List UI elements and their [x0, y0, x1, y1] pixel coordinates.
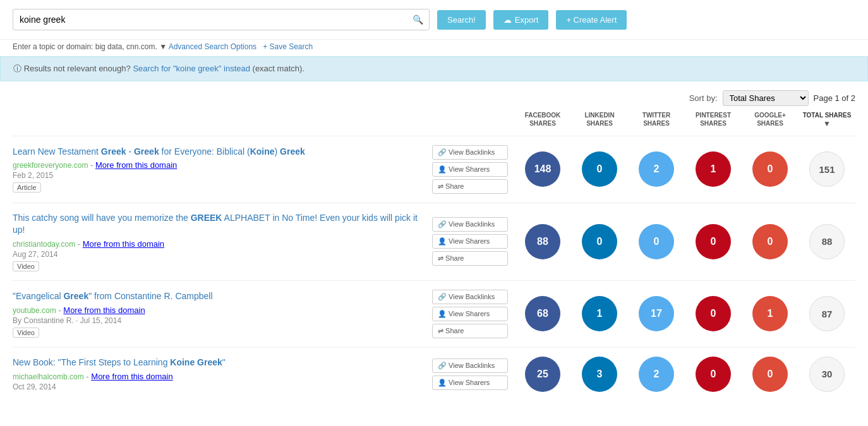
info-icon: ⓘ [13, 64, 21, 73]
results-area: FACEBOOKSHARES LINKEDINSHARES TWITTERSHA… [0, 111, 868, 401]
google-count-3: 1 [752, 296, 788, 331]
share-btn-2[interactable]: ⇌ Share [432, 251, 508, 266]
google-count-2: 0 [752, 224, 788, 259]
view-sharers-btn-3[interactable]: 👤 View Sharers [432, 307, 508, 321]
linkedin-count-4: 3 [582, 357, 617, 392]
result-badge-3: Video [13, 328, 39, 338]
share-btn-3[interactable]: ⇌ Share [432, 324, 508, 338]
action-buttons-3: 🔗 View Backlinks 👤 View Sharers ⇌ Share [432, 290, 508, 338]
result-badge-2: Video [13, 261, 39, 271]
more-from-domain-1[interactable]: More from this domain [95, 160, 177, 170]
result-date-2: Aug 27, 2014 [13, 250, 426, 259]
create-alert-button[interactable]: + Create Alert [556, 10, 627, 30]
google-count-4: 0 [752, 357, 788, 392]
result-title-2[interactable]: This catchy song will have you memorize … [13, 212, 426, 237]
linkedin-count-1: 0 [582, 151, 617, 187]
action-buttons-4: 🔗 View Backlinks 👤 View Sharers [432, 358, 508, 390]
result-row: New Book: "The First Steps to Learning K… [13, 347, 855, 401]
twitter-count-3: 17 [639, 296, 674, 331]
col-header-facebook: FACEBOOKSHARES [514, 111, 571, 129]
share-btn-1[interactable]: ⇌ Share [432, 179, 508, 194]
more-from-domain-3[interactable]: More from this domain [63, 305, 145, 315]
pinterest-count-3: 0 [696, 296, 731, 331]
result-title-3[interactable]: "Evangelical Greek" from Constantine R. … [13, 290, 426, 303]
sort-select[interactable]: Total Shares Facebook Shares Twitter Sha… [723, 90, 809, 106]
pinterest-count-4: 0 [696, 357, 731, 392]
col-header-google: GOOGLE+SHARES [742, 111, 799, 129]
result-domain-4: michaelhalcomb.com [13, 372, 84, 381]
twitter-count-2: 0 [639, 224, 674, 259]
action-buttons-1: 🔗 View Backlinks 👤 View Sharers ⇌ Share [432, 145, 508, 194]
top-bar: 🔍 Search! ☁ Export + Create Alert [0, 0, 868, 40]
result-info-2: This catchy song will have you memorize … [13, 212, 426, 271]
result-row: Learn New Testament Greek - Greek for Ev… [13, 136, 855, 203]
view-backlinks-btn-1[interactable]: 🔗 View Backlinks [432, 145, 508, 160]
share-circles-1: 148 0 2 1 0 151 [514, 151, 855, 187]
exact-match-link[interactable]: Search for "koine greek" instead [133, 64, 250, 73]
page-info: Page 1 of 2 [814, 93, 856, 103]
facebook-count-3: 68 [525, 296, 560, 331]
search-input[interactable] [13, 9, 430, 30]
result-info-3: "Evangelical Greek" from Constantine R. … [13, 290, 426, 338]
result-info-4: New Book: "The First Steps to Learning K… [13, 357, 426, 391]
result-badge-1: Article [13, 182, 41, 192]
result-info-1: Learn New Testament Greek - Greek for Ev… [13, 146, 426, 193]
view-sharers-btn-4[interactable]: 👤 View Sharers [432, 376, 508, 390]
facebook-count-2: 88 [525, 224, 560, 259]
info-prefix: Results not relevant enough? [24, 64, 131, 73]
col-header-linkedin: LINKEDINSHARES [571, 111, 628, 129]
pinterest-count-1: 1 [696, 151, 731, 187]
total-count-1: 151 [809, 151, 845, 187]
linkedin-count-3: 1 [582, 296, 617, 331]
share-circles-3: 68 1 17 0 1 87 [514, 296, 855, 331]
share-circles-4: 25 3 2 0 0 30 [514, 357, 855, 392]
total-count-3: 87 [809, 296, 845, 331]
facebook-count-1: 148 [525, 151, 560, 187]
result-domain-1: greekforeveryone.com [13, 161, 88, 170]
google-count-1: 0 [752, 151, 788, 187]
more-from-domain-2[interactable]: More from this domain [83, 239, 164, 249]
total-count-2: 88 [809, 224, 845, 259]
search-button[interactable]: Search! [437, 10, 486, 30]
hint-text: Enter a topic or domain: big data, cnn.c… [13, 42, 169, 51]
col-header-total: TOTAL SHARES▼ [799, 111, 855, 129]
col-header-pinterest: PINTERESTSHARES [685, 111, 742, 129]
col-header-twitter: TWITTERSHARES [628, 111, 685, 129]
view-backlinks-btn-4[interactable]: 🔗 View Backlinks [432, 358, 508, 373]
view-backlinks-btn-2[interactable]: 🔗 View Backlinks [432, 217, 508, 232]
result-domain-3: youtube.com [13, 306, 56, 315]
share-circles-2: 88 0 0 0 0 88 [514, 224, 855, 259]
advanced-search-link[interactable]: Advanced Search Options [169, 42, 256, 51]
search-wrapper: 🔍 [13, 9, 430, 30]
info-suffix: (exact match). [253, 64, 304, 73]
search-hints: Enter a topic or domain: big data, cnn.c… [0, 40, 868, 56]
total-count-4: 30 [809, 357, 845, 392]
view-backlinks-btn-3[interactable]: 🔗 View Backlinks [432, 290, 508, 304]
result-domain-2: christiantoday.com [13, 240, 75, 249]
info-bar: ⓘ Results not relevant enough? Search fo… [0, 56, 868, 81]
search-icon: 🔍 [413, 15, 423, 25]
export-button[interactable]: ☁ Export [493, 10, 549, 30]
action-buttons-2: 🔗 View Backlinks 👤 View Sharers ⇌ Share [432, 217, 508, 266]
result-title-4[interactable]: New Book: "The First Steps to Learning K… [13, 357, 426, 369]
twitter-count-1: 2 [639, 151, 674, 187]
result-date-4: Oct 29, 2014 [13, 382, 426, 391]
view-sharers-btn-1[interactable]: 👤 View Sharers [432, 162, 508, 177]
save-search-link[interactable]: + Save Search [263, 42, 313, 51]
result-date-3: By Constantine R. · Jul 15, 2014 [13, 316, 426, 325]
twitter-count-4: 2 [639, 357, 674, 392]
linkedin-count-2: 0 [582, 224, 617, 259]
facebook-count-4: 25 [525, 357, 560, 392]
share-col-headers: FACEBOOKSHARES LINKEDINSHARES TWITTERSHA… [514, 111, 855, 129]
result-row: "Evangelical Greek" from Constantine R. … [13, 280, 855, 347]
sort-arrow-icon: ▼ [801, 119, 853, 129]
pinterest-count-2: 0 [696, 224, 731, 259]
view-sharers-btn-2[interactable]: 👤 View Sharers [432, 234, 508, 249]
result-row: This catchy song will have you memorize … [13, 203, 855, 280]
result-date-1: Feb 2, 2015 [13, 171, 426, 180]
sort-label: Sort by: [689, 93, 718, 103]
column-headers: FACEBOOKSHARES LINKEDINSHARES TWITTERSHA… [13, 111, 855, 129]
more-from-domain-4[interactable]: More from this domain [91, 372, 172, 381]
result-title-1[interactable]: Learn New Testament Greek - Greek for Ev… [13, 146, 426, 158]
sort-bar: Sort by: Total Shares Facebook Shares Tw… [0, 88, 868, 111]
